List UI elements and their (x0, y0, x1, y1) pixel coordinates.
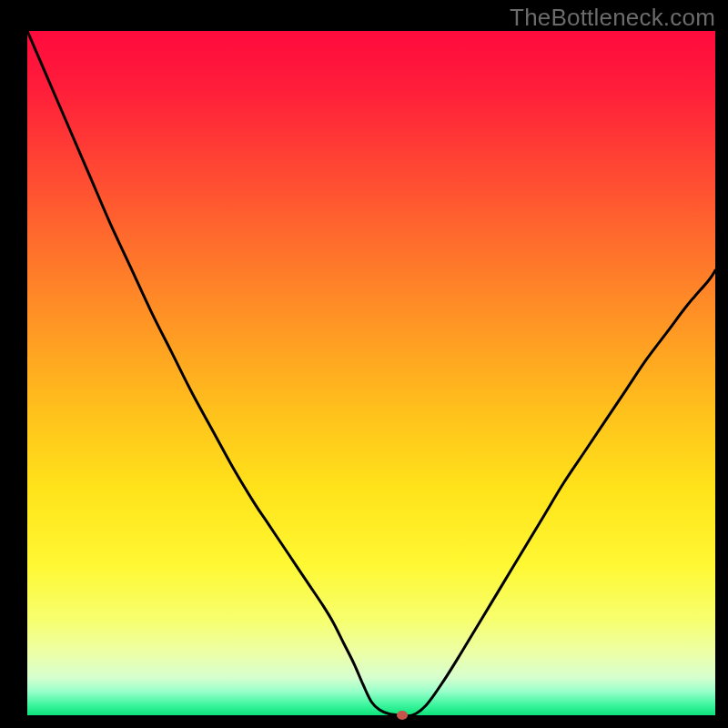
watermark-text: TheBottleneck.com (510, 4, 715, 32)
bottleneck-chart (0, 0, 728, 728)
optimum-point-marker (397, 711, 408, 720)
chart-background (27, 31, 715, 715)
chart-container: TheBottleneck.com (0, 0, 728, 728)
